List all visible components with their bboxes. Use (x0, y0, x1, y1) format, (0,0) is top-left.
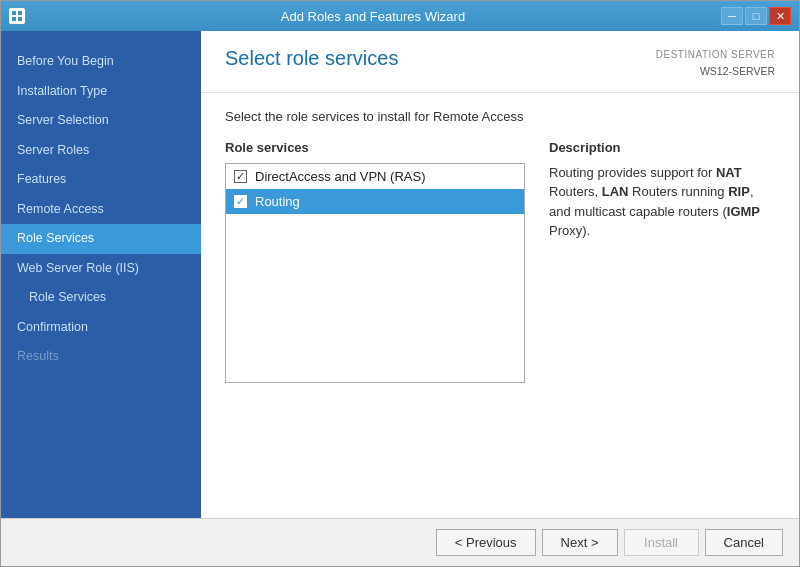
destination-server-info: DESTINATION SERVER WS12-SERVER (656, 47, 775, 80)
svg-rect-1 (18, 11, 22, 15)
wizard-body: Before You Begin Installation Type Serve… (1, 31, 799, 518)
description-text: Routing provides support for NAT Routers… (549, 163, 775, 241)
svg-rect-3 (18, 17, 22, 21)
directaccess-checkbox[interactable]: ✓ (234, 170, 247, 183)
wizard-window: Add Roles and Features Wizard ─ □ ✕ Befo… (0, 0, 800, 567)
two-column-layout: Role services ✓ DirectAccess and VPN (RA… (225, 140, 775, 383)
sidebar-item-before-you-begin[interactable]: Before You Begin (1, 47, 201, 77)
close-button[interactable]: ✕ (769, 7, 791, 25)
sidebar-item-server-roles[interactable]: Server Roles (1, 136, 201, 166)
sidebar-item-confirmation[interactable]: Confirmation (1, 313, 201, 343)
description-label: Description (549, 140, 775, 155)
next-button[interactable]: Next > (542, 529, 618, 556)
sidebar-item-role-services-sub[interactable]: Role Services (1, 283, 201, 313)
window-controls: ─ □ ✕ (721, 7, 791, 25)
svg-rect-2 (12, 17, 16, 21)
sidebar-item-server-selection[interactable]: Server Selection (1, 106, 201, 136)
cancel-button[interactable]: Cancel (705, 529, 783, 556)
maximize-button[interactable]: □ (745, 7, 767, 25)
sidebar-item-features[interactable]: Features (1, 165, 201, 195)
destination-server-label: DESTINATION SERVER (656, 47, 775, 63)
sidebar: Before You Begin Installation Type Serve… (1, 31, 201, 518)
install-button[interactable]: Install (624, 529, 699, 556)
services-list: ✓ DirectAccess and VPN (RAS) ✓ Routing (225, 163, 525, 383)
sidebar-item-installation-type[interactable]: Installation Type (1, 77, 201, 107)
window-title: Add Roles and Features Wizard (25, 9, 721, 24)
service-item-directaccess[interactable]: ✓ DirectAccess and VPN (RAS) (226, 164, 524, 189)
footer: < Previous Next > Install Cancel (1, 518, 799, 566)
sidebar-item-results[interactable]: Results (1, 342, 201, 372)
directaccess-label: DirectAccess and VPN (RAS) (255, 169, 426, 184)
svg-rect-0 (12, 11, 16, 15)
main-content: Select role services DESTINATION SERVER … (201, 31, 799, 518)
sidebar-item-remote-access[interactable]: Remote Access (1, 195, 201, 225)
sidebar-item-role-services[interactable]: Role Services (1, 224, 201, 254)
instruction-text: Select the role services to install for … (225, 109, 775, 124)
sidebar-item-web-server-role[interactable]: Web Server Role (IIS) (1, 254, 201, 284)
role-services-label: Role services (225, 140, 525, 155)
minimize-button[interactable]: ─ (721, 7, 743, 25)
app-icon (9, 8, 25, 24)
routing-label: Routing (255, 194, 300, 209)
description-panel: Description Routing provides support for… (549, 140, 775, 383)
service-item-routing[interactable]: ✓ Routing (226, 189, 524, 214)
content-header: Select role services DESTINATION SERVER … (201, 31, 799, 93)
role-services-panel: Role services ✓ DirectAccess and VPN (RA… (225, 140, 525, 383)
previous-button[interactable]: < Previous (436, 529, 536, 556)
title-bar: Add Roles and Features Wizard ─ □ ✕ (1, 1, 799, 31)
page-title: Select role services (225, 47, 398, 70)
routing-checkbox[interactable]: ✓ (234, 195, 247, 208)
destination-server-value: WS12-SERVER (656, 63, 775, 80)
content-body: Select the role services to install for … (201, 93, 799, 518)
